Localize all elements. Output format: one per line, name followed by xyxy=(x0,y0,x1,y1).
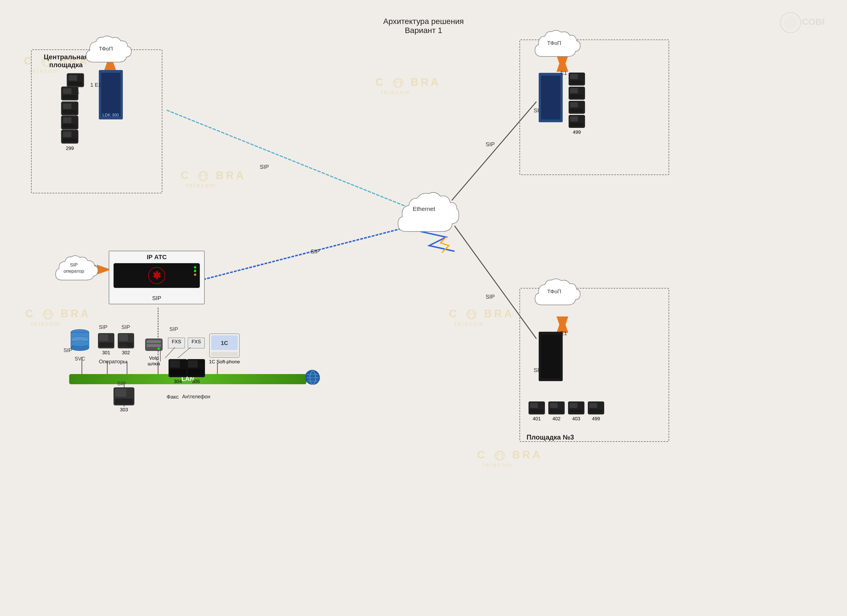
svg-rect-35 xyxy=(69,82,82,85)
svg-rect-64 xyxy=(550,403,558,408)
svg-rect-68 xyxy=(570,409,583,413)
phone-499-br: 499 xyxy=(587,401,605,422)
svg-rect-50 xyxy=(570,81,583,84)
fxs-box-2: FXS xyxy=(188,337,205,348)
sip-operator-cloud: SIPоператор xyxy=(52,254,102,288)
svg-rect-97 xyxy=(170,369,186,376)
svg-rect-93 xyxy=(147,344,161,347)
label-403-br: 403 xyxy=(568,416,585,422)
svg-rect-37 xyxy=(63,88,71,94)
tfop-cloud-left: ТФоП xyxy=(82,34,136,71)
ldk-label: LDK 300 xyxy=(102,112,119,117)
phone-402-br: 402 xyxy=(548,401,565,422)
svg-point-23 xyxy=(394,78,403,87)
svg-point-81 xyxy=(71,341,89,346)
svg-rect-67 xyxy=(570,403,577,408)
svg-rect-46 xyxy=(63,131,71,137)
svg-rect-61 xyxy=(530,403,538,408)
svg-rect-47 xyxy=(63,139,77,142)
svg-point-94 xyxy=(158,348,160,350)
pbx-topright xyxy=(539,73,563,122)
svg-rect-52 xyxy=(570,88,578,93)
tfop-label-left: ТФоП xyxy=(99,46,113,52)
bottom-right-area-label: Площадка №3 xyxy=(527,433,574,441)
svg-rect-65 xyxy=(550,409,563,413)
svg-rect-103 xyxy=(211,352,238,356)
fxs-label-1: FXS xyxy=(172,339,181,345)
svg-rect-34 xyxy=(69,75,77,81)
label-401-br: 401 xyxy=(528,416,546,422)
softphone-box: 1C 1C Soft-phone xyxy=(209,333,240,358)
label-302: 302 xyxy=(117,350,135,356)
svg-rect-58 xyxy=(570,116,578,121)
svg-line-106 xyxy=(165,347,175,358)
svg-rect-96 xyxy=(170,360,180,368)
svg-point-109 xyxy=(784,16,797,29)
sip-operator-label: SIPоператор xyxy=(63,262,84,274)
sip-label-inside-ipatc: SIP xyxy=(152,295,161,302)
svg-rect-99 xyxy=(188,360,198,368)
svg-rect-89 xyxy=(115,389,126,396)
svg-rect-100 xyxy=(188,369,204,376)
ethernet-cloud: Ethernet xyxy=(393,186,466,240)
svg-line-107 xyxy=(178,347,190,358)
pbx-botright xyxy=(539,332,563,381)
svg-rect-62 xyxy=(530,409,543,413)
phone-401-br: 401 xyxy=(528,401,546,422)
phone-299: 299 xyxy=(61,129,79,151)
phone-301: 301 xyxy=(97,333,115,356)
tfop-label-botright: ТФоП xyxy=(547,289,561,295)
ethernet-label: Ethernet xyxy=(413,206,435,212)
svg-rect-70 xyxy=(589,403,597,408)
svg-rect-56 xyxy=(570,109,583,112)
svg-point-29 xyxy=(467,310,476,319)
svg-rect-55 xyxy=(570,102,578,107)
label-499-br: 499 xyxy=(587,416,605,422)
svg-point-25 xyxy=(199,172,208,181)
phone-303: 303 xyxy=(113,387,135,413)
sip-label-svc: SIP xyxy=(63,347,72,354)
softphone-label: 1C Soft-phone xyxy=(209,359,240,365)
sip-label-302: SIP xyxy=(121,324,130,330)
tfop-cloud-botright: ТФоП xyxy=(531,277,584,313)
fax-label: Факс xyxy=(167,394,179,400)
fxs-label-2: FXS xyxy=(192,339,201,345)
svg-rect-53 xyxy=(570,94,583,98)
analog-phone-304: 304 xyxy=(168,358,188,385)
sip-label-eth-right1: SIP xyxy=(485,141,495,147)
sip-label-303: SIP xyxy=(117,380,126,387)
label-499-tr: 499 xyxy=(568,130,586,135)
svc-server: SVC xyxy=(70,329,90,362)
tfop-label-topright: ТФоП xyxy=(547,40,561,46)
svg-rect-49 xyxy=(570,74,578,79)
svg-rect-38 xyxy=(63,95,77,99)
label-304: 304 xyxy=(168,379,188,385)
svg-rect-41 xyxy=(63,110,77,113)
sip-label-301: SIP xyxy=(99,324,108,330)
watermark-botleft: C BRA telecom xyxy=(25,308,91,327)
svg-point-32 xyxy=(497,451,502,460)
svg-rect-92 xyxy=(147,340,161,343)
central-area-label: Центральная площадка xyxy=(44,53,88,69)
svg-rect-83 xyxy=(99,334,108,341)
page-title: Архитектура решения Вариант 1 xyxy=(383,17,463,35)
analog-phone-305: 305 xyxy=(186,358,205,385)
svg-line-9 xyxy=(203,226,412,280)
ip-atc-label: IP АТС xyxy=(147,253,167,261)
phone-499-tr: 499 xyxy=(568,114,586,135)
fxs-box-1: FXS xyxy=(168,337,185,348)
svg-rect-90 xyxy=(115,399,133,404)
svg-point-28 xyxy=(46,310,50,319)
label-402-br: 402 xyxy=(548,416,565,422)
svg-point-27 xyxy=(43,310,53,319)
svg-rect-40 xyxy=(63,103,71,109)
svg-rect-59 xyxy=(570,123,583,126)
svg-rect-44 xyxy=(63,124,77,128)
sip-label-voip: SIP xyxy=(118,343,127,349)
svg-rect-71 xyxy=(589,409,602,413)
tfop-cloud-topright: ТФоП xyxy=(531,28,584,65)
globe-icon xyxy=(305,370,320,385)
operators-label: Операторы xyxy=(99,358,127,365)
ip-atc-box: IP АТС ✱ SIP xyxy=(109,251,205,304)
voip-label: VoIpшлюз xyxy=(144,355,164,367)
